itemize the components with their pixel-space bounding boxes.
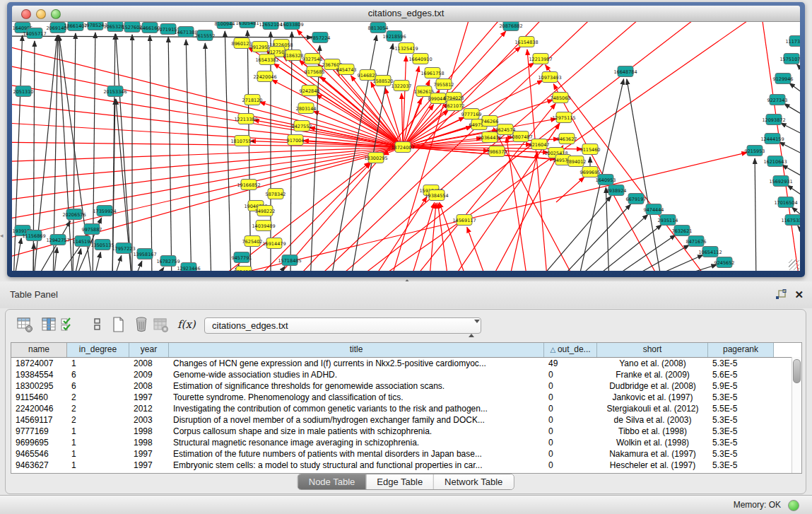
network-canvas[interactable]: 1640955140557172069140618661407197852431…	[12, 22, 800, 271]
show-columns-icon[interactable]	[40, 316, 57, 333]
graph-node-label: 19218596	[382, 34, 406, 40]
graph-edge[interactable]	[251, 163, 370, 271]
resize-grip[interactable]	[789, 259, 799, 270]
table-mode-icon[interactable]	[16, 316, 33, 333]
table-cell: 14569117	[11, 414, 67, 426]
graph-edge[interactable]	[556, 177, 584, 202]
graph-node-label: 7632621	[672, 228, 693, 234]
left-panel-collapse-arrow[interactable]: ◂	[0, 232, 4, 239]
column-header-year[interactable]: year	[129, 343, 169, 357]
float-window-icon[interactable]	[775, 289, 787, 300]
graph-node-label: 18107554	[230, 139, 254, 144]
graph-node-label: 5878342	[266, 192, 286, 197]
graph-edge[interactable]	[508, 152, 538, 271]
column-header-in_degree[interactable]: in_degree	[67, 343, 129, 357]
graph-edge[interactable]	[535, 196, 611, 271]
status-bar: Memory: OK	[0, 495, 812, 514]
table-cell: 0	[544, 426, 597, 437]
table-tabs: Node TableEdge TableNetwork Table	[298, 474, 514, 490]
graph-edge[interactable]	[12, 147, 403, 182]
table-row[interactable]: 969969511998Structural magnetic resonanc…	[11, 437, 801, 448]
graph-edge[interactable]	[112, 256, 122, 271]
minimize-button[interactable]	[36, 9, 46, 19]
column-header-title[interactable]: title	[169, 343, 544, 357]
table-cell: 5.3E-5	[708, 358, 774, 369]
table-cell: 5.6E-5	[708, 369, 774, 380]
column-header-name[interactable]: name	[11, 343, 67, 357]
column-header-out_de[interactable]: △ out_de...	[544, 343, 597, 357]
tab-network-table[interactable]: Network Table	[433, 474, 513, 489]
graph-edge[interactable]	[779, 142, 800, 156]
graph-node-label: 17957223	[112, 246, 135, 252]
close-panel-icon[interactable]: ✕	[794, 288, 804, 302]
row-height-icon[interactable]	[89, 316, 106, 333]
table-row[interactable]: 1872400712008Changes of HCN gene express…	[11, 358, 801, 369]
graph-edge[interactable]	[168, 37, 172, 271]
table-row[interactable]: 911546021997Tourette syndrome. Phenomeno…	[11, 392, 801, 403]
graph-edge[interactable]	[784, 104, 800, 117]
delete-table-icon[interactable]	[152, 316, 169, 333]
graph-edge[interactable]	[755, 158, 756, 271]
graph-edge[interactable]	[370, 197, 427, 271]
graph-node-label: 16033809	[280, 22, 303, 28]
graph-edge[interactable]	[132, 261, 142, 271]
graph-edge[interactable]	[247, 30, 251, 271]
graph-edge[interactable]	[225, 31, 231, 271]
graph-node-label: 12213389	[234, 117, 257, 122]
graph-edge[interactable]	[789, 83, 800, 96]
table-selector-dropdown[interactable]: citations_edges.txt	[204, 317, 481, 334]
graph-edge[interactable]	[429, 203, 436, 271]
vertical-scrollbar[interactable]	[792, 357, 801, 473]
graph-edge[interactable]	[12, 147, 403, 241]
table-row[interactable]: 2242004622012Investigating the contribut…	[11, 403, 801, 414]
close-button[interactable]	[21, 9, 31, 19]
graph-edge[interactable]	[12, 147, 403, 201]
graph-node-label: 7857224	[310, 35, 331, 41]
graph-node-label: 20876882	[499, 23, 522, 29]
table-row[interactable]: 946554611997Estimation of the future num…	[11, 448, 801, 460]
column-header-short[interactable]: short	[597, 343, 708, 357]
function-builder-icon[interactable]: f(x)	[177, 316, 199, 333]
graph-node-label: 12923446	[177, 266, 200, 271]
graph-node-label: 9474444	[644, 207, 664, 213]
graph-edge[interactable]	[152, 267, 164, 271]
graph-edge[interactable]	[555, 204, 630, 271]
create-column-icon[interactable]	[110, 316, 126, 333]
graph-edge[interactable]	[488, 146, 563, 271]
scrollbar-thumb[interactable]	[793, 359, 801, 383]
graph-node-label: 8454743	[336, 67, 357, 73]
graph-edge[interactable]	[781, 123, 800, 136]
table-row[interactable]: 946362711997Embryonic stem cells: a mode…	[11, 460, 801, 471]
delete-column-icon[interactable]	[133, 316, 150, 333]
table-cell: Tibbo et al. (1998)	[597, 426, 708, 437]
table-cell: 18300295	[11, 380, 67, 392]
graph-edge[interactable]	[271, 267, 285, 271]
zoom-button[interactable]	[51, 9, 61, 19]
graph-edge[interactable]	[627, 79, 662, 271]
memory-status-icon[interactable]	[788, 500, 799, 511]
select-all-icon[interactable]	[59, 316, 76, 333]
graph-edge[interactable]	[797, 64, 800, 75]
graph-edge[interactable]	[73, 249, 81, 271]
graph-node-label: 17016504	[774, 200, 797, 206]
graph-edge[interactable]	[467, 227, 488, 271]
graph-edge[interactable]	[603, 235, 676, 271]
graph-edge[interactable]	[73, 33, 76, 271]
graph-edge[interactable]	[635, 255, 703, 271]
table-row[interactable]: 1830029562008Estimation of significance …	[11, 380, 801, 392]
graph-edge[interactable]	[205, 43, 211, 271]
column-header-pagerank[interactable]: pagerank	[708, 343, 774, 357]
tab-node-table[interactable]: Node Table	[298, 474, 366, 489]
graph-edge[interactable]	[798, 226, 800, 238]
table-row[interactable]: 1938455462009Genome-wide association stu…	[11, 369, 801, 380]
table-row[interactable]: 1456911722003Disruption of a novel membe…	[11, 414, 801, 426]
graph-edge[interactable]	[401, 93, 403, 147]
table-row[interactable]: 977716911998Corpus callosum shape and si…	[11, 426, 801, 437]
graph-edge[interactable]	[150, 35, 152, 271]
window-titlebar[interactable]: citations_edges.txt	[12, 6, 800, 22]
tab-edge-table[interactable]: Edge Table	[365, 474, 433, 489]
graph-edge[interactable]	[116, 34, 132, 271]
graph-edge[interactable]	[652, 264, 717, 271]
table-cell: Jankovic et al. (1997)	[597, 392, 708, 403]
graph-edge[interactable]	[93, 252, 100, 271]
